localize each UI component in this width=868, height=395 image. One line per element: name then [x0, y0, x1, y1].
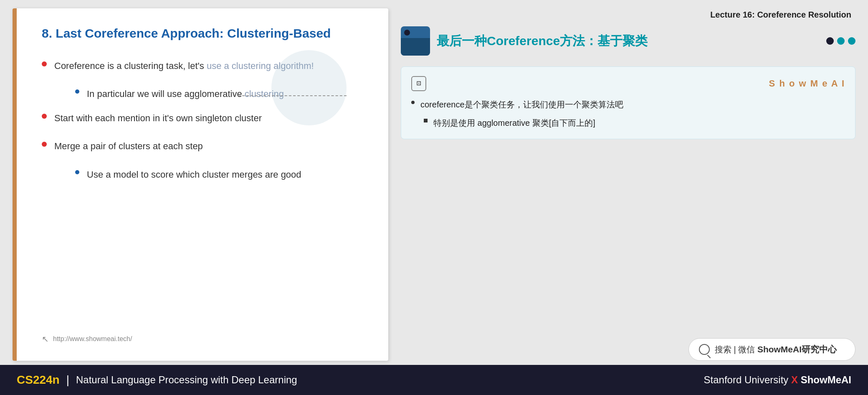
card-sub-bullet-1: 特别是使用 agglomerative 聚类[自下而上的] [424, 115, 845, 130]
dot-dark-1 [826, 37, 834, 45]
bullet-dot-red-1 [42, 61, 47, 66]
slide-panel: 8. Last Coreference Approach: Clustering… [13, 8, 388, 361]
search-icon [699, 344, 710, 355]
dot-teal-1 [837, 37, 845, 45]
footer-left: CS224n | Natural Language Processing wit… [17, 373, 297, 387]
card-bullet-text-1: coreference是个聚类任务，让我们使用一个聚类算法吧 [420, 97, 623, 112]
bullet-dot-red-2 [42, 114, 47, 119]
footer-url[interactable]: http://www.showmeai.tech/ [53, 335, 132, 343]
footer-separator: | [66, 373, 69, 387]
translation-header: 最后一种Coreference方法：基于聚类 [401, 26, 855, 56]
bullet-text-2: Start with each mention in it's own sing… [54, 110, 262, 126]
card-bullet-1: coreference是个聚类任务，让我们使用一个聚类算法吧 [411, 97, 845, 112]
icon-dot [404, 30, 410, 36]
dashed-line [238, 95, 347, 96]
bullet-dot-blue-1a [75, 89, 79, 94]
showmeai-brand: S h o w M e A I [769, 75, 845, 92]
spacer [401, 146, 855, 331]
translation-icon [401, 26, 430, 56]
ai-icon: ⊡ [411, 76, 426, 91]
footer-university: Stanford University [704, 374, 789, 385]
translation-dots [826, 37, 855, 45]
search-text: 搜索 | 微信 ShowMeAI研究中心 [715, 344, 837, 355]
translation-title: 最后一种Coreference方法：基于聚类 [437, 33, 648, 50]
bullet-dot-blue-3a [75, 170, 79, 174]
footer-bar: CS224n | Natural Language Processing wit… [0, 365, 868, 395]
cursor-icon: ↖ [42, 334, 49, 344]
footer-course-name: Natural Language Processing with Deep Le… [76, 374, 297, 386]
card-header: ⊡ S h o w M e A I [411, 75, 845, 92]
card-sub-text-1: 特别是使用 agglomerative 聚类[自下而上的] [433, 115, 595, 130]
content-area: 8. Last Coreference Approach: Clustering… [0, 0, 868, 365]
sub-bullet-text-3a: Use a model to score which cluster merge… [87, 167, 301, 182]
card-bullet-dot-1 [411, 101, 415, 104]
showmeai-card: ⊡ S h o w M e A I coreference是个聚类任务，让我们使… [401, 66, 855, 139]
main-container: 8. Last Coreference Approach: Clustering… [0, 0, 868, 395]
footer-course-code: CS224n [17, 373, 60, 387]
bullet-dot-red-3 [42, 142, 47, 147]
bullet-text-3: Merge a pair of clusters at each step [54, 138, 203, 154]
sub-bullet-text-1a: In particular we will use agglomerative … [87, 86, 284, 102]
dot-teal-2 [848, 37, 855, 45]
bullet-item-3: Merge a pair of clusters at each step [42, 138, 367, 154]
slide-footer: ↖ http://www.showmeai.tech/ [42, 326, 367, 344]
footer-right: Stanford University X ShowMeAI [704, 374, 851, 386]
sub-bullet-item-3a: Use a model to score which cluster merge… [58, 167, 367, 182]
card-sub-sq-1 [424, 119, 428, 122]
lecture-title: Lecture 16: Coreference Resolution [401, 8, 855, 20]
deco-circle [271, 50, 347, 125]
search-box[interactable]: 搜索 | 微信 ShowMeAI研究中心 [688, 338, 855, 361]
search-brand: ShowMeAI研究中心 [757, 344, 837, 354]
slide-title: 8. Last Coreference Approach: Clustering… [42, 25, 367, 41]
footer-brand: ShowMeAI [801, 374, 851, 385]
right-panel: Lecture 16: Coreference Resolution 最后一种C… [401, 8, 855, 361]
footer-x-mark: X [791, 374, 801, 385]
